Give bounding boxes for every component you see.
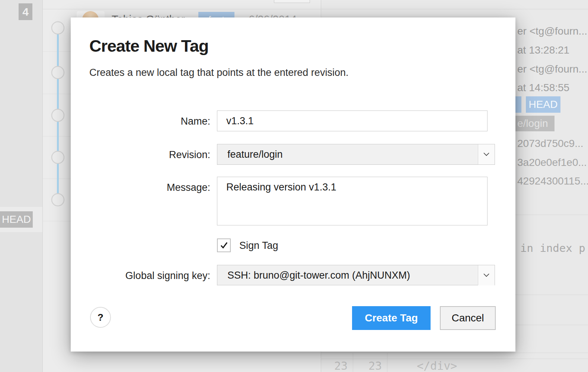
revision-value: feature/login [227,144,283,164]
detail-committed-time: at 14:58:55 [517,82,569,94]
sign-tag-checkbox[interactable] [217,238,231,252]
dialog-subtitle: Creates a new local tag that points at t… [89,67,348,78]
revision-label: Revision: [89,149,210,161]
detail-committer-line: er <tg@fourn... [517,63,587,75]
commit-node [52,109,64,122]
commit-graph [48,15,71,223]
diff-new-line-number: 23 [353,359,382,372]
detail-author-line: er <tg@fourn... [517,25,587,37]
header-divider [43,9,588,9]
name-input[interactable] [217,110,488,131]
create-tag-button[interactable]: Create Tag [352,306,431,330]
chevron-down-icon [483,273,489,277]
cancel-button[interactable]: Cancel [440,306,496,330]
create-tag-dialog: Create New Tag Creates a new local tag t… [71,17,515,352]
tree-hash: 3a20e0ef1e0... [517,157,587,169]
diff-strip-divider [321,353,588,353]
detail-authored-time: at 13:28:21 [517,44,569,56]
help-button[interactable]: ? [90,307,111,328]
commit-node [52,22,64,34]
revision-dropdown-button[interactable] [478,144,495,164]
checkmark-icon [220,242,228,249]
signing-key-value: SSH: bruno@git-tower.com (AhjNUNXM) [227,265,410,285]
head-badge-details: HEAD [526,96,560,113]
commit-node [52,67,64,79]
chevron-down-icon [483,153,489,156]
diff-header-fragment: in index p [520,242,585,254]
sign-tag-label: Sign Tag [239,240,278,251]
parent-hash: 42924300115... [517,175,588,187]
message-textarea[interactable]: Releasing version v1.3.1 [217,177,488,225]
diff-code-line: </div> [417,359,457,372]
message-label: Message: [89,182,210,193]
app-window: 4 Tobias Günther feat 6/26/2014 HEAD e [0,0,588,372]
dialog-title: Create New Tag [89,36,208,56]
diff-col-divider [387,353,387,372]
diff-strip-divider [321,359,588,359]
commit-node [52,194,64,206]
commit-node [52,151,64,164]
name-label: Name: [89,116,210,127]
sidebar [0,0,42,372]
head-badge: HEAD [0,211,33,228]
commit-count-badge: 4 [19,3,32,20]
revision-combobox[interactable]: feature/login [217,144,495,165]
commit-hash: 2073d750c9... [517,138,584,150]
signing-key-combobox[interactable]: SSH: bruno@git-tower.com (AhjNUNXM) [217,265,495,285]
signing-key-label: Global signing key: [89,270,210,282]
diff-old-line-number: 23 [321,359,348,372]
toolbar-button [274,0,310,3]
signing-key-dropdown-button[interactable] [478,265,495,285]
